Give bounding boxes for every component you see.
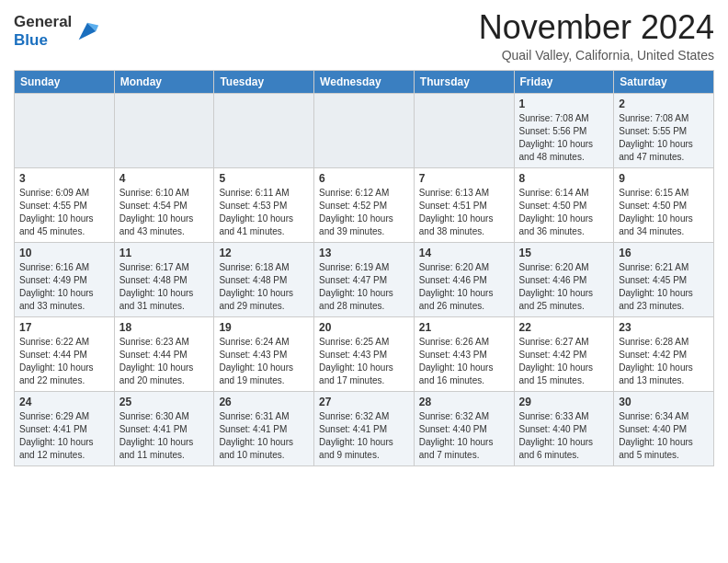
calendar-cell: 14Sunrise: 6:20 AMSunset: 4:46 PMDayligh… [414, 242, 514, 316]
calendar-cell: 30Sunrise: 6:34 AMSunset: 4:40 PMDayligh… [614, 391, 714, 465]
calendar-cell: 27Sunrise: 6:32 AMSunset: 4:41 PMDayligh… [314, 391, 415, 465]
calendar-week-row: 10Sunrise: 6:16 AMSunset: 4:49 PMDayligh… [15, 242, 714, 316]
day-number: 13 [319, 247, 409, 259]
calendar-cell: 19Sunrise: 6:24 AMSunset: 4:43 PMDayligh… [214, 316, 314, 391]
day-info: Sunrise: 6:29 AMSunset: 4:41 PMDaylight:… [19, 410, 109, 462]
calendar-cell: 13Sunrise: 6:19 AMSunset: 4:47 PMDayligh… [314, 242, 415, 316]
day-info: Sunrise: 6:16 AMSunset: 4:49 PMDaylight:… [19, 261, 109, 313]
day-number: 12 [219, 247, 309, 259]
day-number: 6 [319, 172, 409, 185]
weekday-header: Sunday [15, 70, 115, 93]
day-number: 10 [19, 247, 109, 259]
day-info: Sunrise: 6:32 AMSunset: 4:40 PMDaylight:… [419, 410, 509, 462]
weekday-header: Thursday [414, 70, 514, 93]
calendar-cell: 10Sunrise: 6:16 AMSunset: 4:49 PMDayligh… [15, 242, 115, 316]
day-info: Sunrise: 6:34 AMSunset: 4:40 PMDaylight:… [619, 410, 709, 462]
day-number: 8 [519, 172, 609, 185]
day-number: 26 [219, 396, 309, 408]
calendar-cell: 4Sunrise: 6:10 AMSunset: 4:54 PMDaylight… [114, 167, 214, 242]
logo: General Blue [14, 13, 100, 49]
day-info: Sunrise: 6:20 AMSunset: 4:46 PMDaylight:… [519, 261, 609, 313]
day-info: Sunrise: 6:22 AMSunset: 4:44 PMDaylight:… [19, 336, 109, 387]
day-info: Sunrise: 6:25 AMSunset: 4:43 PMDaylight:… [319, 336, 409, 387]
day-info: Sunrise: 6:09 AMSunset: 4:55 PMDaylight:… [19, 187, 109, 238]
calendar-week-row: 3Sunrise: 6:09 AMSunset: 4:55 PMDaylight… [15, 167, 714, 242]
page-header: General Blue November 2024 Quail Valley,… [14, 9, 714, 63]
day-info: Sunrise: 7:08 AMSunset: 5:56 PMDaylight:… [519, 112, 609, 164]
calendar-cell: 20Sunrise: 6:25 AMSunset: 4:43 PMDayligh… [314, 316, 415, 391]
day-info: Sunrise: 6:27 AMSunset: 4:42 PMDaylight:… [519, 336, 609, 387]
day-info: Sunrise: 7:08 AMSunset: 5:55 PMDaylight:… [619, 112, 709, 164]
day-number: 30 [619, 396, 709, 408]
day-number: 4 [119, 172, 210, 185]
day-info: Sunrise: 6:10 AMSunset: 4:54 PMDaylight:… [119, 187, 210, 238]
weekday-header: Monday [114, 70, 214, 93]
calendar-cell: 1Sunrise: 7:08 AMSunset: 5:56 PMDaylight… [514, 93, 614, 167]
day-number: 17 [19, 321, 109, 334]
day-info: Sunrise: 6:18 AMSunset: 4:48 PMDaylight:… [219, 261, 309, 313]
calendar-cell: 28Sunrise: 6:32 AMSunset: 4:40 PMDayligh… [414, 391, 514, 465]
weekday-header: Friday [514, 70, 614, 93]
day-number: 11 [119, 247, 210, 259]
calendar-cell [314, 93, 415, 167]
weekday-header: Wednesday [314, 70, 415, 93]
calendar-cell: 26Sunrise: 6:31 AMSunset: 4:41 PMDayligh… [214, 391, 314, 465]
day-number: 23 [619, 321, 709, 334]
location-text: Quail Valley, California, United States [479, 48, 714, 63]
day-number: 24 [19, 396, 109, 408]
day-info: Sunrise: 6:33 AMSunset: 4:40 PMDaylight:… [519, 410, 609, 462]
day-number: 19 [219, 321, 309, 334]
day-info: Sunrise: 6:24 AMSunset: 4:43 PMDaylight:… [219, 336, 309, 387]
calendar-cell: 16Sunrise: 6:21 AMSunset: 4:45 PMDayligh… [614, 242, 714, 316]
calendar-week-row: 17Sunrise: 6:22 AMSunset: 4:44 PMDayligh… [15, 316, 714, 391]
weekday-header: Saturday [614, 70, 714, 93]
calendar-cell [114, 93, 214, 167]
calendar-cell: 24Sunrise: 6:29 AMSunset: 4:41 PMDayligh… [15, 391, 115, 465]
day-number: 1 [519, 98, 609, 110]
calendar-table: SundayMondayTuesdayWednesdayThursdayFrid… [14, 70, 714, 466]
day-number: 16 [619, 247, 709, 259]
calendar-cell: 2Sunrise: 7:08 AMSunset: 5:55 PMDaylight… [614, 93, 714, 167]
day-number: 18 [119, 321, 210, 334]
day-info: Sunrise: 6:17 AMSunset: 4:48 PMDaylight:… [119, 261, 210, 313]
day-info: Sunrise: 6:23 AMSunset: 4:44 PMDaylight:… [119, 336, 210, 387]
day-info: Sunrise: 6:11 AMSunset: 4:53 PMDaylight:… [219, 187, 309, 238]
day-number: 3 [19, 172, 109, 185]
day-number: 28 [419, 396, 509, 408]
day-info: Sunrise: 6:26 AMSunset: 4:43 PMDaylight:… [419, 336, 509, 387]
day-info: Sunrise: 6:20 AMSunset: 4:46 PMDaylight:… [419, 261, 509, 313]
day-number: 27 [319, 396, 409, 408]
calendar-cell: 3Sunrise: 6:09 AMSunset: 4:55 PMDaylight… [15, 167, 115, 242]
day-info: Sunrise: 6:31 AMSunset: 4:41 PMDaylight:… [219, 410, 309, 462]
day-number: 25 [119, 396, 210, 408]
day-info: Sunrise: 6:19 AMSunset: 4:47 PMDaylight:… [319, 261, 409, 313]
day-number: 5 [219, 172, 309, 185]
day-info: Sunrise: 6:12 AMSunset: 4:52 PMDaylight:… [319, 187, 409, 238]
day-info: Sunrise: 6:15 AMSunset: 4:50 PMDaylight:… [619, 187, 709, 238]
day-info: Sunrise: 6:14 AMSunset: 4:50 PMDaylight:… [519, 187, 609, 238]
calendar-week-row: 24Sunrise: 6:29 AMSunset: 4:41 PMDayligh… [15, 391, 714, 465]
day-info: Sunrise: 6:30 AMSunset: 4:41 PMDaylight:… [119, 410, 210, 462]
calendar-cell [15, 93, 115, 167]
day-number: 9 [619, 172, 709, 185]
calendar-week-row: 1Sunrise: 7:08 AMSunset: 5:56 PMDaylight… [15, 93, 714, 167]
day-number: 14 [419, 247, 509, 259]
calendar-cell: 22Sunrise: 6:27 AMSunset: 4:42 PMDayligh… [514, 316, 614, 391]
day-number: 2 [619, 98, 709, 110]
calendar-cell: 8Sunrise: 6:14 AMSunset: 4:50 PMDaylight… [514, 167, 614, 242]
calendar-cell: 9Sunrise: 6:15 AMSunset: 4:50 PMDaylight… [614, 167, 714, 242]
logo-blue: Blue [14, 31, 72, 50]
title-block: November 2024 Quail Valley, California, … [479, 9, 714, 63]
weekday-header: Tuesday [214, 70, 314, 93]
calendar-cell: 12Sunrise: 6:18 AMSunset: 4:48 PMDayligh… [214, 242, 314, 316]
calendar-cell: 7Sunrise: 6:13 AMSunset: 4:51 PMDaylight… [414, 167, 514, 242]
calendar-cell: 23Sunrise: 6:28 AMSunset: 4:42 PMDayligh… [614, 316, 714, 391]
calendar-cell: 11Sunrise: 6:17 AMSunset: 4:48 PMDayligh… [114, 242, 214, 316]
calendar-cell: 17Sunrise: 6:22 AMSunset: 4:44 PMDayligh… [15, 316, 115, 391]
calendar-cell [414, 93, 514, 167]
day-number: 20 [319, 321, 409, 334]
day-number: 7 [419, 172, 509, 185]
calendar-cell [214, 93, 314, 167]
calendar-cell: 21Sunrise: 6:26 AMSunset: 4:43 PMDayligh… [414, 316, 514, 391]
day-info: Sunrise: 6:13 AMSunset: 4:51 PMDaylight:… [419, 187, 509, 238]
